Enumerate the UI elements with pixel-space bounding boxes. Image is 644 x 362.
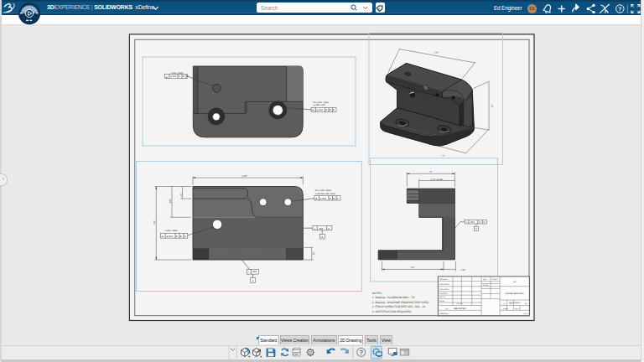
- svg-text:B: B: [333, 197, 335, 200]
- svg-text:.010: .010: [470, 220, 475, 224]
- svg-text:1.73": 1.73": [491, 103, 493, 108]
- svg-text:B: B: [484, 220, 486, 224]
- svg-text:FRAME BRACKET: FRAME BRACKET: [505, 292, 524, 295]
- svg-text:B: B: [180, 235, 182, 238]
- svg-text:DWN: DWN: [483, 278, 487, 281]
- svg-text:UOS/TOL±: UOS/TOL±: [439, 313, 449, 315]
- svg-text:?: ?: [359, 349, 363, 356]
- svg-text:⌞⌀.385 X 82°: ⌞⌀.385 X 82°: [313, 104, 325, 106]
- svg-text:C: C: [187, 75, 189, 78]
- svg-text:0.73" ±0.005: 0.73" ±0.005: [431, 178, 444, 181]
- svg-text:3. FINISH CHEM FILM PER 3DS -: 3. FINISH CHEM FILM PER 3DS - 001 - v8: [372, 305, 425, 308]
- svg-text:⌀.323 THRU: ⌀.323 THRU: [165, 230, 178, 232]
- svg-text:C: C: [184, 235, 186, 238]
- svg-text:B: B: [183, 75, 184, 78]
- svg-text:SCALE: SCALE: [483, 284, 489, 287]
- svg-text:A: A: [475, 227, 477, 230]
- svg-text:0.25": 0.25": [461, 269, 466, 272]
- svg-text:2. Marking : MACHINE ENGRAVE P: 2. Marking : MACHINE ENGRAVE PER SPEC: [372, 301, 429, 304]
- svg-text:1": 1": [430, 170, 433, 173]
- svg-text:2.25": 2.25": [242, 174, 247, 178]
- svg-text:.005: .005: [252, 270, 257, 273]
- svg-text:.010: .010: [319, 227, 324, 230]
- svg-text:⌀.166 THRU: ⌀.166 THRU: [171, 72, 184, 75]
- svg-text:6-32 UNC-2B THRU: 6-32 UNC-2B THRU: [315, 193, 335, 195]
- svg-text:3D DWG: 3D DWG: [492, 278, 499, 281]
- svg-text:DIM: DIM: [445, 308, 449, 310]
- svg-text:SEE NOTES: SEE NOTES: [454, 308, 466, 310]
- svg-text:FINISH: FINISH: [439, 300, 445, 303]
- svg-text:DRAWN BY: DRAWN BY: [439, 278, 448, 281]
- svg-text:⌀.014: ⌀.014: [317, 108, 324, 111]
- svg-text:.925": .925": [169, 199, 172, 204]
- svg-text:2X ⌀.136 THRU: 2X ⌀.136 THRU: [315, 189, 331, 192]
- svg-text:⌀.014: ⌀.014: [320, 197, 327, 200]
- svg-text:C: C: [333, 108, 335, 111]
- svg-text:QA APPRVL: QA APPRVL: [439, 292, 448, 295]
- svg-text:1.5": 1.5": [411, 266, 415, 269]
- svg-text:.45": .45": [180, 194, 183, 198]
- svg-text:.25": .25": [313, 251, 315, 256]
- svg-text:⌀.014: ⌀.014: [170, 75, 177, 78]
- svg-text:C: C: [337, 197, 339, 200]
- svg-text:A: A: [176, 235, 178, 238]
- svg-text:A: A: [179, 75, 180, 78]
- svg-text:2X ⌀.201 THRU: 2X ⌀.201 THRU: [313, 101, 329, 104]
- svg-text:4. CERTIFICATION REQUIRED: 4. CERTIFICATION REQUIRED: [372, 310, 412, 313]
- svg-text:A: A: [252, 279, 254, 282]
- svg-text:SHEET: SHEET: [503, 308, 509, 310]
- svg-text:1 OF 1: 1 OF 1: [523, 313, 529, 315]
- svg-text:A: A: [325, 108, 327, 111]
- svg-text:NOTES: NOTES: [457, 303, 463, 305]
- svg-text:?: ?: [618, 7, 621, 13]
- svg-text:1. Material : ALUMINUM 6061 -: 1. Material : ALUMINUM 6061 - T6: [372, 296, 415, 299]
- svg-text:B: B: [321, 235, 323, 239]
- svg-text:TBA: TBA: [512, 281, 517, 283]
- svg-text:NOTES:: NOTES:: [372, 292, 382, 295]
- svg-text:MFG APPRVL: MFG APPRVL: [439, 288, 449, 291]
- svg-text:A: A: [330, 197, 331, 200]
- svg-text:A: A: [479, 220, 480, 224]
- svg-text:1.50": 1.50": [153, 220, 156, 225]
- svg-text:MAT-TN: MAT-TN: [439, 296, 445, 298]
- svg-text:PROJ APPRVL: PROJ APPRVL: [439, 283, 449, 286]
- svg-text:B: B: [330, 108, 331, 111]
- svg-text:⌀.014: ⌀.014: [166, 235, 173, 238]
- svg-text:A: A: [328, 227, 330, 230]
